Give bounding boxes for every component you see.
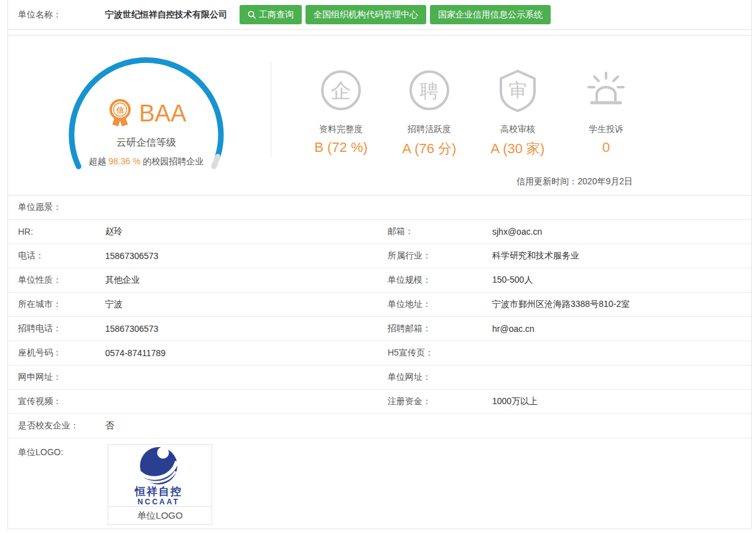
metric-profile-completeness: 企 资料完整度 B (72 %) [297,68,385,158]
metric-label: 学生投诉 [562,124,650,135]
field-label: HR: [8,227,105,237]
header-bar: 单位名称： 宁波世纪恒祥自控技术有限公司 工商查询 全国组织机构代码管理中心 国… [8,0,751,30]
svg-text:NCCAAT: NCCAAT [138,498,180,506]
recruit-circle-icon: 聘 [407,68,452,113]
field-row-logo: 单位LOGO: 恒祥自控 NCCAAT 单位LOGO [8,438,751,529]
surpass-percentage: 98.36 % [108,156,140,166]
header-buttons: 工商查询 全国组织机构代码管理中心 国家企业信用信息公示系统 [240,5,551,24]
company-logo-image: 恒祥自控 NCCAAT [108,445,212,506]
surpass-prefix: 超越 [88,156,108,166]
field-label: 座机号码： [8,347,105,359]
field-value: sjhx@oac.cn [492,227,542,237]
svg-text:信: 信 [116,106,124,115]
search-icon [248,11,256,19]
surpass-suffix: 的校园招聘企业 [141,156,204,166]
org-code-center-button[interactable]: 全国组织机构代码管理中心 [306,5,426,24]
field-label: 宣传视频： [8,396,105,407]
svg-text:企: 企 [331,79,352,102]
unit-name-label: 单位名称： [8,9,105,21]
field-label: 邮箱： [380,226,492,237]
field-label: 招聘邮箱： [380,323,492,334]
metric-value: 0 [562,139,650,156]
svg-text:聘: 聘 [419,80,439,101]
field-row-apply-url-website: 网申网址： 单位网址： [8,366,751,390]
field-label: 所属行业： [380,250,492,262]
field-value: 0574-87411789 [105,348,166,358]
field-row-vision: 单位愿景： [8,196,751,220]
metric-label: 高校审核 [474,124,562,135]
metric-label: 招聘活跃度 [385,124,474,135]
credit-metrics: 企 资料完整度 B (72 %) 聘 招聘活跃度 A (76 分) 审 高校审核 [274,68,650,158]
field-row-landline-h5: 座机号码： 0574-87411789 H5宣传页： [8,341,751,366]
metric-value: A (76 分) [385,139,474,158]
field-row-nature-scale: 单位性质： 其他企业 单位规模： 150-500人 [8,268,751,293]
metric-student-complaints: 学生投诉 0 [562,68,650,158]
field-value: 宁波市鄞州区沧海路3388号810-2室 [492,299,630,310]
credit-rating-panel: 信 BAA 云研企信等级 超越 98.36 % 的校园招聘企业 企 资料完整度 … [8,35,751,196]
company-profile-page: 单位名称： 宁波世纪恒祥自控技术有限公司 工商查询 全国组织机构代码管理中心 国… [7,0,752,529]
field-row-recruit-phone-email: 招聘电话： 15867306573 招聘邮箱： hr@oac.cn [8,317,751,341]
business-lookup-label: 工商查询 [259,9,294,21]
metric-university-audit: 审 高校审核 A (30 家) [474,68,562,158]
field-value: 15867306573 [105,251,159,261]
metric-value: A (30 家) [474,139,562,158]
business-lookup-button[interactable]: 工商查询 [240,5,302,24]
field-row-alumni-enterprise: 是否校友企业： 否 [8,414,751,438]
field-label: 单位规模： [380,275,492,286]
metric-recruiting-activity: 聘 招聘活跃度 A (76 分) [385,68,474,158]
field-value: 赵玲 [105,226,123,237]
logo-caption: 单位LOGO [108,506,212,524]
medal-icon: 信 [106,98,134,128]
field-value: 否 [105,420,114,432]
field-value: hr@oac.cn [492,324,534,334]
field-value: 150-500人 [492,275,533,286]
credit-grade-value: BAA [139,100,186,127]
metric-value: B (72 %) [297,139,385,156]
metric-label: 资料完整度 [297,124,385,135]
field-label: H5宣传页： [380,347,492,359]
field-label: 单位网址： [380,372,492,383]
svg-text:审: 审 [509,80,527,100]
surpass-note: 超越 98.36 % 的校园招聘企业 [44,156,249,167]
field-label: 所在城市： [8,299,105,310]
field-label: 是否校友企业： [8,420,105,432]
company-logo-graphic: 恒祥自控 NCCAAT [119,445,201,506]
field-label: 单位性质： [8,275,105,286]
field-row-city-address: 所在城市： 宁波 单位地址： 宁波市鄞州区沧海路3388号810-2室 [8,293,751,317]
field-row-video-capital: 宣传视频： 注册资金： 1000万以上 [8,390,751,414]
field-row-hr-email: HR: 赵玲 邮箱： sjhx@oac.cn [8,220,751,244]
company-logo-box: 恒祥自控 NCCAAT 单位LOGO [108,444,212,525]
field-label: 电话： [8,250,105,262]
panel-divider [271,61,271,157]
field-label: 招聘电话： [8,323,105,334]
field-value: 其他企业 [105,275,140,286]
field-label: 网申网址： [8,372,105,383]
field-value: 15867306573 [105,324,159,334]
company-name: 宁波世纪恒祥自控技术有限公司 [105,9,240,21]
national-credit-system-button[interactable]: 国家企业信用信息公示系统 [430,5,551,24]
audit-shield-icon: 审 [495,68,540,113]
field-label: 单位愿景： [8,202,105,213]
logo-row-label: 单位LOGO: [8,444,105,458]
svg-text:恒祥自控: 恒祥自控 [134,486,182,498]
field-row-phone-industry: 电话： 15867306573 所属行业： 科学研究和技术服务业 [8,244,751,268]
credit-grade: 信 BAA [68,98,224,128]
credit-grade-label: 云研企信等级 [56,136,236,149]
field-label: 注册资金： [380,396,492,407]
field-value: 1000万以上 [492,396,538,407]
siren-icon [584,68,628,113]
enterprise-circle-icon: 企 [319,68,363,113]
field-value: 科学研究和技术服务业 [492,250,579,262]
field-label: 单位地址： [380,299,492,310]
field-value: 宁波 [105,299,123,310]
credit-update-time: 信用更新时间：2020年9月2日 [516,176,633,187]
